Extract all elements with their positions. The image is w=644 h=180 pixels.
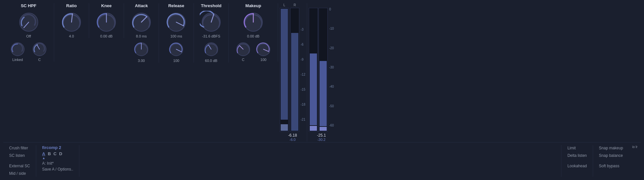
release-sub-value: 100	[168, 59, 185, 63]
gr-scale-3: -3	[301, 28, 305, 31]
linked-knob[interactable]	[9, 41, 26, 58]
makeup-100-container: 100	[255, 41, 272, 62]
gr-meter-section: L R -3 -6	[278, 3, 307, 142]
spacer	[79, 145, 561, 177]
delta-listen-btn[interactable]: Delta listen	[567, 153, 587, 159]
snap-balance-btn[interactable]: Snap balance	[599, 153, 623, 159]
gr-meter-inner: L R -3 -6	[280, 3, 305, 132]
attack-label: Attack	[135, 3, 148, 8]
io-scale-20: -20	[329, 47, 334, 50]
threshold-sub: 60.0 dB	[203, 41, 220, 63]
preset-arrow-indicator: ▲	[42, 156, 73, 160]
sc-hpf-sub-knobs: Linked C	[9, 41, 48, 62]
gr-r-active	[291, 33, 298, 131]
io-l-bar	[309, 8, 318, 132]
sc-listen-btn[interactable]: SC listen	[9, 153, 30, 159]
makeup-sub-row: C 100	[235, 41, 272, 62]
preset-section: fircomp 2 A B C D ▲ A: Init* Save A / Op…	[36, 145, 79, 177]
sc-options-section: Crush filter SC listen External SC Mid /…	[3, 145, 36, 177]
soft-bypass-btn[interactable]: Soft bypass	[599, 163, 623, 169]
makeup-c-label: C	[242, 58, 244, 62]
threshold-options: Limit Delta listen Lookahead	[561, 145, 592, 177]
preset-slot-c[interactable]: C	[54, 151, 56, 156]
sc-hpf-linked-container: Linked	[9, 41, 26, 62]
ratio-knob[interactable]	[60, 11, 83, 34]
top-row: SC HPF Off	[3, 3, 641, 142]
preset-slots: A B C D	[42, 151, 73, 156]
sc-hpf-group: SC HPF Off	[3, 3, 54, 62]
gr-scale-9: -9	[301, 58, 305, 61]
preset-init: A: Init*	[42, 161, 73, 166]
preset-slot-d[interactable]: D	[59, 151, 62, 156]
preset-save-btn[interactable]: Save A / Options..	[42, 167, 73, 172]
release-sub-knob[interactable]	[168, 41, 185, 58]
threshold-value: -31.6 dBFS	[202, 34, 220, 38]
makeup-knob[interactable]	[242, 11, 265, 34]
makeup-value: 0.00 dB	[247, 34, 259, 38]
io-footer: -25.1 -30.2	[309, 133, 334, 142]
knee-group: Knee 0.00 dB	[89, 3, 124, 38]
makeup-100-label: 100	[260, 58, 266, 62]
threshold-sub-value: 60.0 dB	[203, 59, 220, 63]
lookahead-btn[interactable]: Lookahead	[567, 163, 587, 169]
sc-hpf-sub-row: Linked C	[9, 41, 48, 62]
io-peak-sub: -30.2	[317, 138, 325, 142]
release-group: Release 100 ms 100	[159, 3, 194, 63]
gr-peak: -6.18	[288, 133, 297, 138]
knee-knob[interactable]	[95, 11, 118, 34]
io-scale-50: -50	[329, 105, 334, 108]
gr-r-bar	[290, 8, 299, 132]
linked-label: Linked	[12, 58, 23, 62]
threshold-knob[interactable]	[200, 11, 223, 34]
io-meter-inner: 0 -10 -20 -30 -40 -50 -60	[309, 3, 334, 132]
gr-peak-sub: -6.0	[290, 138, 296, 142]
gr-scale-15: -15	[301, 88, 305, 91]
gr-l-container: L	[280, 3, 289, 132]
sc-hpf-knob-wrap[interactable]	[17, 11, 40, 34]
preset-slot-a[interactable]: A	[42, 151, 45, 156]
ratio-group: Ratio 4.0	[54, 3, 89, 38]
io-r-peak	[320, 127, 327, 131]
mid-side-btn[interactable]: Mid / side	[9, 171, 30, 177]
makeup-c-knob[interactable]	[235, 41, 252, 58]
release-knob[interactable]	[165, 11, 188, 34]
io-r-container	[319, 3, 328, 132]
io-meter-section: 0 -10 -20 -30 -40 -50 -60 -25.1 -30.2	[307, 3, 335, 142]
io-r-bar	[319, 8, 328, 132]
snap-makeup-btn[interactable]: Snap makeup	[599, 145, 623, 151]
attack-knob[interactable]	[130, 11, 153, 34]
io-l-container	[309, 3, 318, 132]
makeup-group: Makeup 0.00 dB C	[229, 3, 278, 62]
attack-value: 8.0 ms	[136, 34, 147, 38]
gr-scale-12: -12	[301, 73, 305, 76]
gr-footer: -6.18 -6.0	[280, 133, 305, 142]
io-l-peak	[310, 126, 317, 131]
knee-value: 0.00 dB	[100, 34, 113, 38]
gr-l-bar	[280, 8, 289, 132]
sc-hpf-value: Off	[26, 34, 31, 38]
io-label-area: io lr	[629, 145, 641, 177]
c-knob[interactable]	[31, 41, 48, 58]
preset-slot-b[interactable]: B	[48, 151, 51, 156]
sc-hpf-knob[interactable]	[17, 11, 40, 34]
makeup-100-knob[interactable]	[255, 41, 272, 58]
release-value: 100 ms	[170, 34, 182, 38]
io-scale-0: 0	[329, 8, 334, 11]
makeup-c-container: C	[235, 41, 252, 62]
makeup-label: Makeup	[245, 3, 261, 8]
io-scale: 0 -10 -20 -30 -40 -50 -60	[329, 3, 334, 127]
attack-sub-knob[interactable]	[133, 41, 150, 58]
knee-label: Knee	[101, 3, 112, 8]
threshold-sub-knob[interactable]	[203, 41, 220, 58]
controls-bottom: Crush filter SC listen External SC Mid /…	[3, 142, 641, 177]
io-peak: -25.1	[317, 133, 326, 138]
limit-btn[interactable]: Limit	[567, 145, 587, 151]
crush-filter-btn[interactable]: Crush filter	[9, 145, 30, 151]
io-l-fill	[310, 53, 317, 125]
gr-scale-21: -21	[301, 118, 305, 121]
attack-group: Attack 8.0 ms 3.00	[124, 3, 159, 63]
gr-scale: -3 -6 -9 -12 -15 -18 -21	[301, 3, 305, 127]
attack-sub-value: 3.00	[133, 59, 150, 63]
external-sc-btn[interactable]: External SC	[9, 163, 30, 169]
io-scale-60: -60	[329, 124, 334, 127]
